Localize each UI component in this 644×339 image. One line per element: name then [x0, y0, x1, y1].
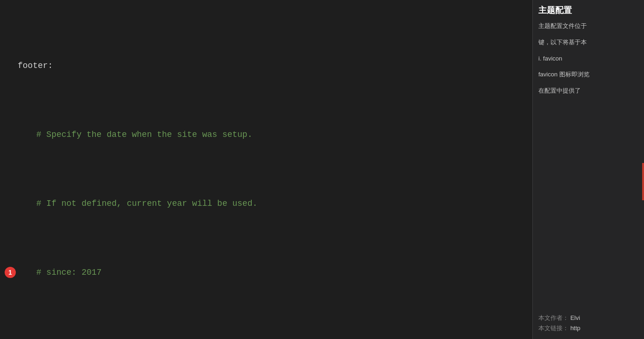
line-comment-2: # If not defined, current year will be u… — [5, 196, 532, 211]
sidebar-bottom: 本文作者： Elvi 本文链接： http — [538, 314, 644, 334]
sidebar-title: 主题配置 — [538, 5, 638, 16]
empty-line — [5, 334, 532, 339]
code-text: # If not defined, current year will be u… — [36, 197, 257, 210]
sidebar-text-1: 主题配置文件位于 — [538, 21, 638, 31]
sidebar-text-5: 在配置中提供了 — [538, 86, 638, 96]
line-since: 1 # since: 2017 — [5, 265, 532, 280]
line-comment-1: # Specify the date when the site was set… — [5, 127, 532, 142]
sidebar: 主题配置 主题配置文件位于 键，以下将基于本 i. favicon favico… — [532, 0, 644, 339]
link-value: http — [570, 325, 581, 332]
code-text: # since: 2017 — [36, 266, 101, 279]
sidebar-link-line: 本文链接： http — [538, 324, 644, 332]
code-editor: footer: # Specify the date when the site… — [0, 0, 532, 339]
red-bar — [642, 163, 644, 200]
author-value: Elvi — [570, 314, 580, 321]
line-footer: footer: — [5, 58, 532, 74]
badge-1: 1 — [5, 267, 16, 278]
sidebar-text-2: 键，以下将基于本 — [538, 38, 638, 47]
sidebar-section-5: 在配置中提供了 — [538, 86, 638, 96]
code-text: # Specify the date when the site was set… — [36, 128, 252, 142]
sidebar-text-3: i. favicon — [538, 54, 638, 64]
author-label: 本文作者： — [538, 314, 569, 321]
sidebar-section-1: 主题配置文件位于 — [538, 21, 638, 31]
sidebar-text-4: favicon 图标即浏览 — [538, 70, 638, 80]
sidebar-section-2: 键，以下将基于本 — [538, 38, 638, 47]
code-content: footer: # Specify the date when the site… — [5, 5, 532, 339]
code-text: footer: — [18, 59, 53, 73]
sidebar-section-3: i. favicon — [538, 54, 638, 64]
sidebar-section-4: favicon 图标即浏览 — [538, 70, 638, 80]
link-label: 本文链接： — [538, 325, 569, 332]
sidebar-author-line: 本文作者： Elvi — [538, 314, 644, 322]
